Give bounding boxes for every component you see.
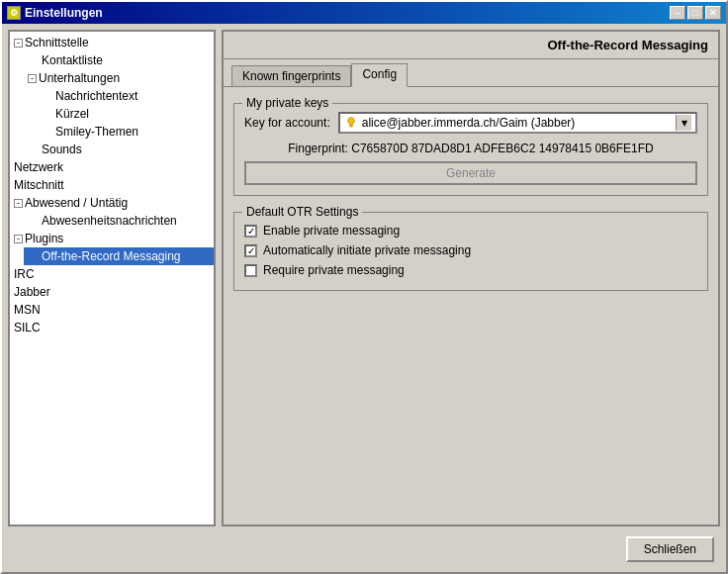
sidebar-item-sounds[interactable]: Sounds — [24, 141, 214, 158]
sidebar-label-abwesend: Abwesend / Untätig — [25, 196, 128, 210]
sidebar-item-kuerzel[interactable]: Kürzel — [38, 105, 214, 123]
sidebar-item-kontaktliste[interactable]: Kontaktliste — [24, 51, 214, 69]
sidebar-item-unterhaltungen[interactable]: - Unterhaltungen — [24, 69, 214, 87]
tab-label-known-fingerprints: Known fingerprints — [242, 69, 340, 83]
tab-content-config: My private keys Key for account: — [224, 86, 718, 525]
label-enable-private-messaging: Enable private messaging — [263, 224, 400, 238]
sidebar-item-netzwerk[interactable]: Netzwerk — [10, 158, 214, 176]
svg-rect-2 — [349, 127, 352, 128]
key-for-account-label: Key for account: — [244, 116, 330, 130]
group-default-otr: Default OTR Settings Enable private mess… — [233, 212, 708, 291]
tab-known-fingerprints[interactable]: Known fingerprints — [231, 65, 351, 86]
sidebar-item-irc[interactable]: IRC — [10, 265, 214, 283]
sidebar-item-msn[interactable]: MSN — [10, 301, 214, 319]
sidebar-label-schnittstelle: Schnittstelle — [25, 36, 89, 49]
expand-icon-plugins: - — [14, 235, 23, 243]
label-require-private-messaging: Require private messaging — [263, 263, 405, 277]
sidebar-label-smiley-themen: Smiley-Themen — [55, 125, 138, 139]
dropdown-arrow-icon: ▾ — [676, 115, 691, 131]
expand-icon-abwesend: - — [14, 199, 23, 208]
right-panel: Off-the-Record Messaging Known fingerpri… — [222, 30, 720, 526]
main-window: ⚙ Einstellungen ─ □ ✕ - Schnittstelle Ko… — [0, 0, 728, 574]
svg-rect-1 — [349, 125, 353, 127]
sidebar-label-jabber: Jabber — [14, 285, 50, 299]
sidebar-item-otr[interactable]: Off-the-Record Messaging — [24, 247, 214, 265]
group-title-my-private-keys: My private keys — [242, 96, 332, 110]
title-bar-left: ⚙ Einstellungen — [7, 6, 103, 20]
sidebar-label-abwesenheitsnachrichten: Abwesenheitsnachrichten — [42, 214, 177, 228]
tabs-bar: Known fingerprints Config — [224, 59, 718, 86]
schnittstelle-children: Kontaktliste - Unterhaltungen Nachrichte… — [10, 51, 214, 158]
checkbox-row-0: Enable private messaging — [244, 221, 697, 240]
window-title: Einstellungen — [25, 6, 103, 20]
sidebar-item-jabber[interactable]: Jabber — [10, 283, 214, 301]
sidebar-label-netzwerk: Netzwerk — [14, 160, 63, 174]
sidebar-item-nachrichtentext[interactable]: Nachrichtentext — [38, 87, 214, 105]
group-my-private-keys: My private keys Key for account: — [233, 103, 708, 196]
account-value: alice@jabber.immerda.ch/Gaim (Jabber) — [362, 116, 676, 130]
fingerprint-text: Fingerprint: C765870D 87DAD8D1 ADFEB6C2 … — [244, 140, 697, 157]
sidebar-label-kuerzel: Kürzel — [55, 107, 89, 121]
checkbox-row-2: Require private messaging — [244, 260, 697, 280]
sidebar-label-nachrichtentext: Nachrichtentext — [55, 89, 137, 103]
sidebar-item-schnittstelle[interactable]: - Schnittstelle — [10, 34, 214, 51]
close-window-button[interactable]: ✕ — [705, 6, 721, 20]
sidebar-item-mitschnitt[interactable]: Mitschnitt — [10, 176, 214, 194]
expand-icon-unterhaltungen: - — [28, 74, 37, 83]
sidebar-label-unterhaltungen: Unterhaltungen — [39, 71, 120, 85]
group-title-default-otr: Default OTR Settings — [242, 205, 362, 219]
sidebar-label-sounds: Sounds — [42, 143, 82, 156]
bulb-icon — [344, 116, 358, 130]
bottom-bar: Schließen — [8, 532, 720, 566]
svg-point-0 — [347, 118, 354, 125]
expand-icon-schnittstelle: - — [14, 39, 23, 48]
checkbox-enable-private-messaging[interactable] — [244, 225, 257, 238]
sidebar-label-kontaktliste: Kontaktliste — [42, 53, 103, 67]
sidebar-label-silc: SILC — [14, 321, 41, 335]
key-for-account-row: Key for account: alice@jabber.immerda.ch… — [244, 112, 697, 134]
unterhaltungen-children: Nachrichtentext Kürzel Smiley-Themen — [24, 87, 214, 141]
panel-header: Off-the-Record Messaging — [224, 32, 718, 59]
sidebar-label-otr: Off-the-Record Messaging — [42, 249, 181, 263]
account-dropdown[interactable]: alice@jabber.immerda.ch/Gaim (Jabber) ▾ — [338, 112, 697, 134]
sidebar: - Schnittstelle Kontaktliste - Unterhalt… — [8, 30, 216, 526]
maximize-button[interactable]: □ — [687, 6, 703, 20]
sidebar-label-irc: IRC — [14, 267, 35, 281]
sidebar-item-smiley-themen[interactable]: Smiley-Themen — [38, 123, 214, 141]
sidebar-label-mitschnitt: Mitschnitt — [14, 178, 64, 192]
sidebar-item-silc[interactable]: SILC — [10, 319, 214, 336]
title-bar: ⚙ Einstellungen ─ □ ✕ — [2, 2, 726, 24]
title-bar-buttons: ─ □ ✕ — [670, 6, 721, 20]
label-auto-initiate: Automatically initiate private messaging — [263, 243, 471, 257]
sidebar-label-plugins: Plugins — [25, 232, 63, 245]
checkbox-auto-initiate[interactable] — [244, 244, 257, 257]
sidebar-item-plugins[interactable]: - Plugins — [10, 230, 214, 247]
plugins-children: Off-the-Record Messaging — [10, 247, 214, 265]
main-area: - Schnittstelle Kontaktliste - Unterhalt… — [8, 30, 720, 526]
minimize-button[interactable]: ─ — [670, 6, 685, 20]
abwesend-children: Abwesenheitsnachrichten — [10, 212, 214, 230]
checkbox-row-1: Automatically initiate private messaging — [244, 240, 697, 260]
window-body: - Schnittstelle Kontaktliste - Unterhalt… — [2, 24, 726, 572]
generate-button[interactable]: Generate — [244, 161, 697, 185]
tab-config[interactable]: Config — [351, 63, 408, 87]
sidebar-item-abwesend[interactable]: - Abwesend / Untätig — [10, 194, 214, 212]
window-icon: ⚙ — [7, 6, 21, 20]
sidebar-item-abwesenheitsnachrichten[interactable]: Abwesenheitsnachrichten — [24, 212, 214, 230]
sidebar-label-msn: MSN — [14, 303, 41, 317]
close-button[interactable]: Schließen — [626, 536, 714, 562]
checkbox-require-private-messaging[interactable] — [244, 264, 257, 277]
tab-label-config: Config — [362, 67, 397, 81]
